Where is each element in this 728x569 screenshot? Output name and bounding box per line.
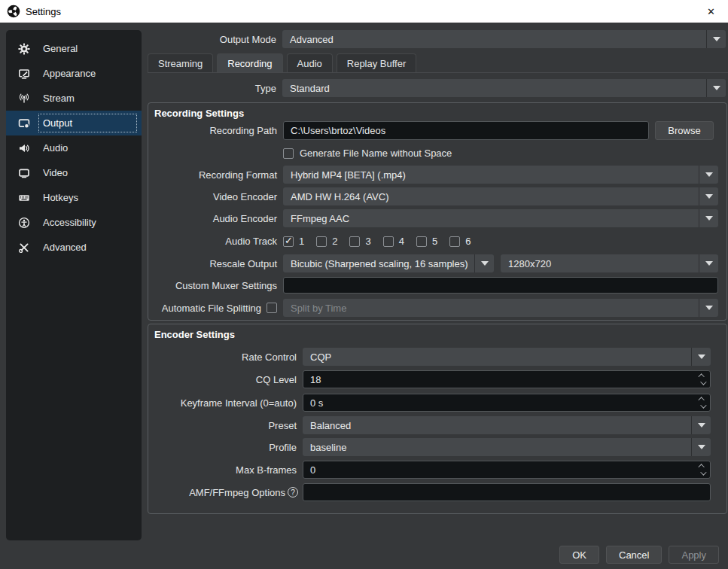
auto-split-checkbox[interactable] [267,303,277,313]
spinner-arrows[interactable] [700,371,705,388]
chevron-down-icon [698,423,705,428]
keyframe-interval-value: 0 s [310,397,323,409]
dropdown-arrow-button [699,299,718,317]
encoder-settings-title: Encoder Settings [148,324,726,341]
browse-button[interactable]: Browse [655,121,714,140]
chevron-down-icon [705,194,713,199]
sidebar-item-accessibility[interactable]: Accessibility [6,210,142,235]
tab-streaming[interactable]: Streaming [148,53,213,72]
cq-level-label: CQ Level [148,374,303,385]
dropdown-arrow-button [691,438,711,456]
spinner-arrows[interactable] [700,461,705,478]
dropdown-arrow-button [699,209,718,227]
chevron-down-icon [700,379,706,385]
sidebar-item-hotkeys[interactable]: Hotkeys [6,185,142,210]
dialog-footer: OK Cancel Apply [559,546,719,564]
output-mode-value: Advanced [282,34,706,45]
chevron-down-icon [698,445,705,449]
audio-encoder-dropdown[interactable]: FFmpeg AAC [283,209,718,227]
type-dropdown[interactable]: Standard [282,79,726,97]
sidebar-label-output: Output [38,114,137,132]
auto-split-mode-dropdown[interactable]: Split by Time [283,299,718,317]
recording-format-dropdown[interactable]: Hybrid MP4 [BETA] (.mp4) [283,166,718,184]
rescale-resolution-dropdown[interactable]: 1280x720 [501,254,718,272]
audio-encoder-label: Audio Encoder [148,213,283,224]
settings-dialog: General Appearance Stream [0,23,728,569]
audio-track-2-checkbox[interactable] [316,236,327,247]
output-icon [18,117,30,129]
audio-track-5-checkbox[interactable] [416,236,427,247]
audio-track-1-checkbox[interactable] [283,236,294,247]
tab-audio[interactable]: Audio [287,53,333,72]
recording-path-input[interactable]: C:\Users\brtoz\Videos [283,121,649,140]
sidebar-item-general[interactable]: General [6,36,142,61]
tab-replay-buffer[interactable]: Replay Buffer [337,53,417,72]
rescale-filter-dropdown[interactable]: Bicubic (Sharpened scaling, 16 samples) [283,254,494,272]
rescale-resolution-value: 1280x720 [501,258,699,269]
recording-format-label: Recording Format [148,169,283,181]
chevron-down-icon [700,402,706,408]
dropdown-arrow-button [706,30,726,48]
amf-options-input[interactable] [303,483,711,501]
profile-dropdown[interactable]: baseline [303,438,711,456]
output-mode-dropdown[interactable]: Advanced [282,30,726,48]
output-mode-label: Output Mode [148,34,282,45]
sidebar-item-audio[interactable]: Audio [6,135,142,160]
chevron-down-icon [481,261,489,266]
sidebar-item-output[interactable]: Output [6,111,142,135]
cq-level-spinbox[interactable]: 18 [303,370,711,388]
video-encoder-dropdown[interactable]: AMD HW H.264 (AVC) [283,187,718,205]
dropdown-arrow-button [699,187,718,205]
audio-track-3-checkbox[interactable] [349,236,360,247]
tab-audio-label: Audio [297,58,322,69]
rescale-output-label: Rescale Output [148,258,283,269]
recording-settings-title: Recording Settings [148,103,726,120]
dropdown-arrow-button [691,416,711,434]
sidebar-label-accessibility: Accessibility [38,213,137,232]
sidebar-item-appearance[interactable]: Appearance [6,61,142,86]
tab-recording-label: Recording [227,58,272,69]
rate-control-value: CQP [303,351,691,363]
chevron-down-icon [700,469,706,475]
keyframe-interval-label: Keyframe Interval (0=auto) [148,397,303,409]
type-value: Standard [282,83,706,94]
output-tab-bar: Streaming Recording Audio Replay Buffer [148,53,728,73]
sidebar-label-advanced: Advanced [38,238,137,257]
gear-icon [18,43,30,55]
dropdown-arrow-button [706,79,726,97]
tab-replay-buffer-label: Replay Buffer [347,58,407,69]
ok-button[interactable]: OK [559,546,599,564]
stream-antenna-icon [18,93,30,105]
obs-logo-icon [7,5,20,18]
generate-no-space-checkbox[interactable] [283,148,294,159]
custom-muxer-input[interactable] [283,277,718,294]
dropdown-arrow-button [691,348,711,366]
sidebar-label-appearance: Appearance [38,64,137,83]
help-icon[interactable]: ? [288,487,298,497]
close-button[interactable]: ✕ [694,0,728,23]
spinner-arrows[interactable] [700,394,705,411]
audio-track-4-checkbox[interactable] [383,236,394,247]
output-settings-panel: Output Mode Advanced Streaming Recording… [148,23,728,569]
sidebar-item-advanced[interactable]: Advanced [6,235,142,260]
apply-button[interactable]: Apply [669,546,719,564]
sidebar-item-stream[interactable]: Stream [6,86,142,111]
max-bframes-spinbox[interactable]: 0 [303,461,711,479]
auto-split-mode-value: Split by Time [283,303,699,314]
audio-track-1-label: 1 [299,236,304,247]
audio-track-5-label: 5 [432,236,437,247]
chevron-down-icon [705,261,713,266]
recording-format-value: Hybrid MP4 [BETA] (.mp4) [283,169,699,181]
audio-track-6-label: 6 [465,236,471,247]
rate-control-label: Rate Control [148,351,303,363]
cancel-button[interactable]: Cancel [606,546,662,564]
keyframe-interval-spinbox[interactable]: 0 s [303,394,711,412]
tab-recording[interactable]: Recording [217,53,282,72]
rate-control-dropdown[interactable]: CQP [303,348,711,366]
preset-dropdown[interactable]: Balanced [303,416,711,434]
sidebar-item-video[interactable]: Video [6,160,142,185]
audio-track-6-checkbox[interactable] [449,236,460,247]
auto-split-label: Automatic File Splitting [162,303,261,314]
dropdown-arrow-button [699,254,718,272]
audio-track-2-label: 2 [332,236,337,247]
